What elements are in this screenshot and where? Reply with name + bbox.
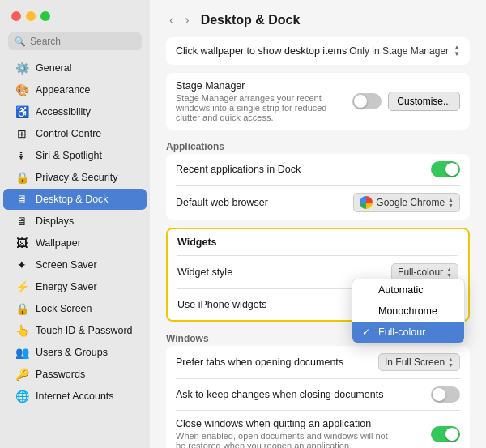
main-content: ‹ › Desktop & Dock Click wallpaper to sh… bbox=[150, 0, 486, 448]
dropdown-item-full-colour[interactable]: ✓ Full-colour bbox=[352, 322, 464, 343]
recent-apps-row: Recent applications in Dock bbox=[176, 154, 460, 186]
page-title: Desktop & Dock bbox=[201, 13, 301, 28]
wallpaper-section: Click wallpaper to show desktop items On… bbox=[166, 37, 470, 65]
sidebar-item-label: Siri & Spotlight bbox=[36, 150, 102, 161]
close-button[interactable] bbox=[11, 11, 21, 21]
passwords-icon: 🔑 bbox=[15, 367, 29, 382]
widget-style-label: Widget style bbox=[177, 267, 232, 278]
dropdown-item-automatic[interactable]: Automatic bbox=[352, 279, 464, 301]
sidebar-item-energy-saver[interactable]: ⚡ Energy Saver bbox=[3, 276, 147, 297]
privacy-icon: 🔒 bbox=[15, 170, 29, 185]
sidebar-item-users-groups[interactable]: 👥 Users & Groups bbox=[3, 342, 147, 363]
prefer-tabs-row: Prefer tabs when opening documents In Fu… bbox=[176, 346, 460, 379]
search-bar[interactable]: 🔍 bbox=[8, 32, 142, 50]
toggle-knob bbox=[446, 163, 458, 176]
touch-id-icon: 👆 bbox=[15, 323, 29, 338]
widget-style-dropdown[interactable]: Automatic Monochrome ✓ Full-colour bbox=[352, 279, 465, 343]
widgets-section: Widgets Widget style Full-colour ▲ ▼ Aut… bbox=[166, 228, 470, 322]
dropdown-item-monochrome[interactable]: Monochrome bbox=[352, 301, 464, 322]
control-centre-icon: ⊞ bbox=[15, 126, 29, 141]
close-windows-sublabel: When enabled, open documents and windows… bbox=[176, 431, 394, 448]
sidebar-item-label: Appearance bbox=[36, 84, 90, 96]
dropdown-check-full-colour: ✓ bbox=[362, 326, 373, 338]
prefer-tabs-select[interactable]: In Full Screen ▲ ▼ bbox=[378, 353, 460, 371]
sidebar-item-label: Displays bbox=[36, 215, 74, 227]
minimize-button[interactable] bbox=[26, 11, 36, 21]
energy-saver-icon: ⚡ bbox=[15, 279, 29, 294]
stage-manager-sublabel: Stage Manager arranges your recent windo… bbox=[176, 93, 352, 122]
toggle-knob bbox=[433, 388, 446, 401]
general-icon: ⚙️ bbox=[15, 61, 29, 75]
accessibility-icon: ♿ bbox=[15, 105, 29, 119]
wallpaper-value[interactable]: Only in Stage Manager ▲ ▼ bbox=[349, 45, 460, 58]
wallpaper-label: Click wallpaper to show desktop items bbox=[176, 45, 347, 57]
sidebar-item-passwords[interactable]: 🔑 Passwords bbox=[3, 364, 147, 385]
search-input[interactable] bbox=[30, 36, 135, 47]
sidebar-item-lock-screen[interactable]: 🔒 Lock Screen bbox=[3, 298, 147, 319]
sidebar-item-screen-saver[interactable]: ✦ Screen Saver bbox=[3, 254, 147, 275]
customise-button[interactable]: Customise... bbox=[388, 92, 460, 111]
sidebar-item-label: General bbox=[36, 62, 71, 74]
sidebar-item-appearance[interactable]: 🎨 Appearance bbox=[3, 79, 147, 100]
sidebar-item-internet-accounts[interactable]: 🌐 Internet Accounts bbox=[3, 386, 147, 407]
screen-saver-icon: ✦ bbox=[15, 258, 29, 272]
ask-keep-changes-label: Ask to keep changes when closing documen… bbox=[176, 389, 383, 400]
default-browser-row: Default web browser Google Chrome ▲ ▼ bbox=[176, 186, 460, 220]
sidebar-item-accessibility[interactable]: ♿ Accessibility bbox=[3, 101, 147, 122]
sidebar-item-touch-id[interactable]: 👆 Touch ID & Password bbox=[3, 320, 147, 341]
maximize-button[interactable] bbox=[40, 11, 50, 21]
sidebar-item-general[interactable]: ⚙️ General bbox=[3, 58, 147, 79]
default-browser-select[interactable]: Google Chrome ▲ ▼ bbox=[353, 193, 460, 212]
widget-style-value: Full-colour bbox=[398, 267, 443, 278]
use-iphone-widgets-label: Use iPhone widgets bbox=[177, 299, 266, 310]
dropdown-label-full-colour: Full-colour bbox=[378, 326, 425, 338]
back-button[interactable]: ‹ bbox=[166, 11, 177, 29]
sidebar-item-label: Internet Accounts bbox=[36, 390, 114, 402]
displays-icon: 🖥 bbox=[15, 214, 29, 228]
sidebar-item-wallpaper[interactable]: 🖼 Wallpaper bbox=[3, 233, 147, 254]
wallpaper-value-text: Only in Stage Manager bbox=[349, 45, 449, 57]
sidebar-item-label: Touch ID & Password bbox=[36, 325, 133, 336]
stage-manager-toggle[interactable] bbox=[352, 93, 382, 109]
internet-accounts-icon: 🌐 bbox=[15, 389, 29, 403]
traffic-lights bbox=[0, 0, 150, 29]
prefer-tabs-label: Prefer tabs when opening documents bbox=[176, 356, 343, 368]
siri-icon: 🎙 bbox=[15, 148, 29, 163]
widget-style-row: Widget style Full-colour ▲ ▼ Automatic bbox=[177, 256, 458, 289]
sidebar: 🔍 ⚙️ General 🎨 Appearance ♿ Accessibilit… bbox=[0, 0, 150, 448]
sidebar-item-control-centre[interactable]: ⊞ Control Centre bbox=[3, 123, 147, 144]
recent-apps-toggle[interactable] bbox=[431, 161, 460, 177]
sidebar-items-list: ⚙️ General 🎨 Appearance ♿ Accessibility … bbox=[0, 57, 150, 448]
ask-keep-changes-toggle[interactable] bbox=[431, 386, 460, 403]
sidebar-item-desktop-dock[interactable]: 🖥 Desktop & Dock bbox=[3, 189, 147, 210]
sidebar-item-label: Control Centre bbox=[36, 128, 101, 139]
recent-apps-label: Recent applications in Dock bbox=[176, 164, 301, 175]
applications-section: Recent applications in Dock Default web … bbox=[166, 154, 470, 220]
sidebar-item-label: Energy Saver bbox=[36, 281, 97, 292]
sidebar-item-label: Screen Saver bbox=[36, 259, 97, 271]
close-windows-toggle[interactable] bbox=[431, 426, 460, 442]
sidebar-item-privacy-security[interactable]: 🔒 Privacy & Security bbox=[3, 167, 147, 188]
prefer-tabs-value: In Full Screen bbox=[385, 356, 445, 368]
forward-button[interactable]: › bbox=[181, 11, 192, 29]
dropdown-label-automatic: Automatic bbox=[378, 284, 424, 296]
users-groups-icon: 👥 bbox=[15, 345, 29, 360]
sidebar-item-label: Users & Groups bbox=[36, 347, 108, 358]
toggle-knob bbox=[446, 428, 458, 441]
main-header: ‹ › Desktop & Dock bbox=[150, 0, 486, 37]
close-windows-label: Close windows when quitting an applicati… bbox=[176, 418, 394, 429]
applications-section-header: Applications bbox=[166, 141, 470, 152]
stage-manager-section: Stage Manager Stage Manager arranges you… bbox=[166, 73, 470, 130]
chrome-icon bbox=[360, 196, 373, 209]
dropdown-label-monochrome: Monochrome bbox=[378, 305, 437, 317]
sidebar-item-displays[interactable]: 🖥 Displays bbox=[3, 211, 147, 232]
default-browser-label: Default web browser bbox=[176, 197, 268, 208]
sidebar-item-label: Desktop & Dock bbox=[36, 194, 109, 205]
sidebar-item-label: Passwords bbox=[36, 369, 85, 380]
toggle-knob bbox=[354, 95, 367, 108]
default-browser-value: Google Chrome bbox=[376, 197, 445, 208]
ask-keep-changes-row: Ask to keep changes when closing documen… bbox=[176, 379, 460, 411]
sidebar-item-siri-spotlight[interactable]: 🎙 Siri & Spotlight bbox=[3, 145, 147, 166]
sidebar-item-label: Lock Screen bbox=[36, 303, 92, 314]
search-icon: 🔍 bbox=[15, 36, 26, 47]
